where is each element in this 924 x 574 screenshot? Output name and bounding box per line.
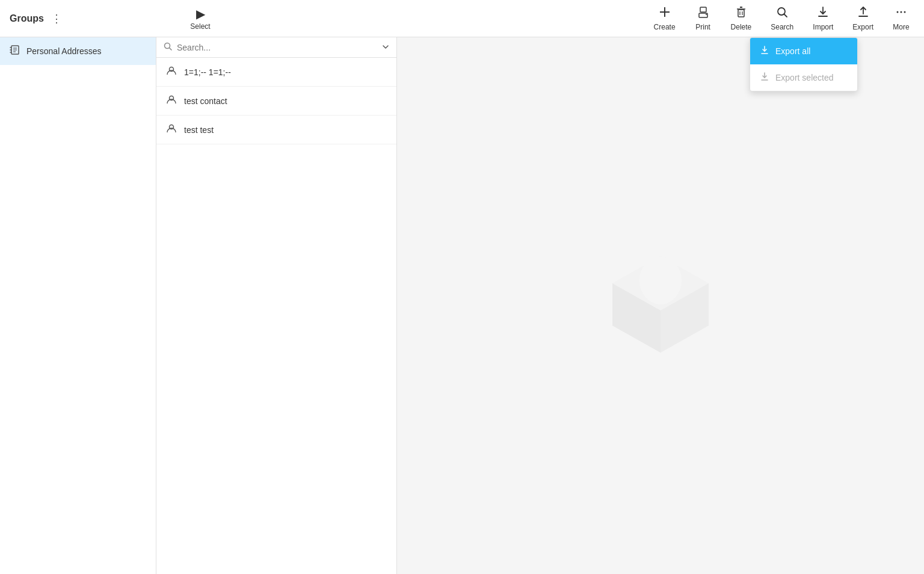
contact-list-panel: 1=1;-- 1=1;-- test contact test test: [156, 37, 397, 574]
search-bar: [156, 37, 396, 58]
export-all-label: Export all: [775, 46, 810, 56]
toolbar-left: Groups ⋮: [5, 10, 161, 28]
svg-point-17: [897, 11, 899, 13]
cursor-icon: ▶: [196, 7, 205, 21]
print-button[interactable]: Print: [685, 1, 721, 36]
export-icon: [857, 5, 870, 22]
toolbar-actions: Create Print Delete Search Import: [644, 1, 919, 36]
contact-list: 1=1;-- 1=1;-- test contact test test: [156, 58, 396, 574]
export-all-button[interactable]: Export all: [750, 38, 857, 64]
search-dropdown-button[interactable]: [382, 43, 389, 52]
svg-line-12: [784, 14, 787, 17]
detail-panel: [397, 37, 924, 574]
create-icon: [658, 5, 671, 22]
contact-name: 1=1;-- 1=1;--: [184, 67, 231, 77]
svg-rect-6: [738, 10, 744, 17]
sidebar: Personal Addresses: [0, 37, 156, 574]
contact-name: test contact: [184, 96, 227, 106]
more-button[interactable]: More: [883, 1, 919, 36]
delete-button[interactable]: Delete: [721, 1, 762, 36]
search-bar-icon: [164, 42, 172, 52]
select-button[interactable]: ▶ Select: [161, 2, 239, 35]
delete-icon: [735, 5, 748, 22]
svg-point-36: [639, 256, 682, 304]
contact-item-1[interactable]: 1=1;-- 1=1;--: [156, 58, 396, 87]
search-label: Search: [771, 23, 793, 31]
svg-point-19: [904, 11, 906, 13]
print-icon: [697, 5, 710, 22]
export-label: Export: [852, 23, 873, 31]
import-button[interactable]: Import: [803, 1, 843, 36]
contact-item-3[interactable]: test test: [156, 116, 396, 144]
placeholder-illustration: [600, 244, 721, 367]
contact-avatar-icon: [166, 94, 177, 108]
create-button[interactable]: Create: [644, 1, 685, 36]
toolbar: Groups ⋮ ▶ Select Create Print Delete: [0, 0, 924, 37]
groups-title: Groups: [10, 13, 44, 24]
export-button[interactable]: Export: [843, 1, 883, 36]
contact-name: test test: [184, 125, 214, 135]
import-icon: [816, 5, 830, 22]
search-icon: [775, 5, 789, 22]
export-all-icon: [760, 45, 769, 57]
search-button[interactable]: Search: [761, 1, 803, 36]
more-icon: [895, 5, 908, 22]
main-layout: Personal Addresses 1=1;-- 1=1;--: [0, 37, 924, 574]
sidebar-item-personal-addresses[interactable]: Personal Addresses: [0, 37, 156, 65]
export-selected-label: Export selected: [775, 73, 834, 82]
svg-point-5: [706, 14, 707, 15]
svg-rect-3: [700, 7, 706, 12]
export-dropdown: Export all Export selected: [750, 37, 858, 91]
svg-rect-1: [660, 11, 670, 13]
address-book-icon: [10, 45, 20, 58]
contact-avatar-icon: [166, 65, 177, 79]
svg-line-28: [170, 48, 172, 51]
svg-rect-4: [700, 14, 706, 16]
svg-point-18: [901, 11, 902, 13]
groups-more-button[interactable]: ⋮: [46, 10, 67, 28]
contact-avatar-icon: [166, 123, 177, 137]
export-selected-button[interactable]: Export selected: [750, 64, 857, 91]
sidebar-item-label: Personal Addresses: [26, 46, 102, 56]
more-label: More: [893, 23, 909, 31]
export-selected-icon: [760, 72, 769, 84]
delete-label: Delete: [731, 23, 752, 31]
contact-item-2[interactable]: test contact: [156, 87, 396, 116]
select-label: Select: [190, 22, 210, 31]
print-label: Print: [695, 23, 710, 31]
import-label: Import: [813, 23, 833, 31]
search-input[interactable]: [177, 43, 377, 52]
create-label: Create: [654, 23, 676, 31]
